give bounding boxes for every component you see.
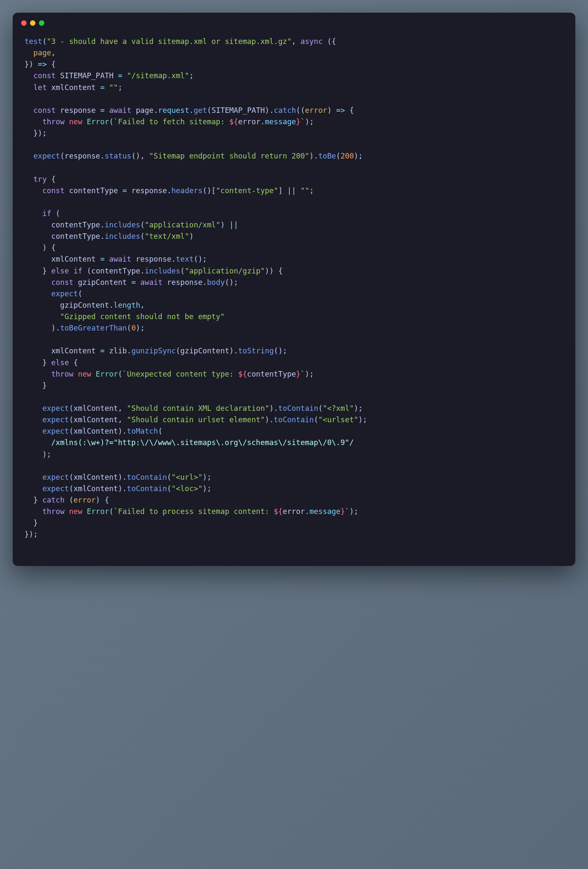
tpl: ${: [274, 507, 283, 516]
param: error: [305, 106, 327, 115]
var: error: [283, 507, 305, 516]
keyword: throw: [42, 507, 65, 516]
tpl: ${: [229, 118, 238, 126]
method: toContain: [127, 473, 167, 481]
method: toMatch: [127, 427, 158, 435]
close-icon[interactable]: [21, 20, 27, 26]
keyword: try: [33, 175, 47, 183]
method: toString: [238, 347, 274, 355]
var: xmlContent: [74, 427, 118, 435]
var: contentType: [51, 221, 100, 229]
var: SITEMAP_PATH: [60, 71, 113, 80]
var: response: [60, 106, 95, 115]
keyword: new: [78, 370, 91, 378]
operator: =: [118, 71, 122, 80]
keyword: const: [51, 278, 74, 287]
operator: =>: [38, 60, 47, 68]
code-content: test("3 - should have a valid sitemap.xm…: [13, 26, 575, 566]
var: gzipContent: [78, 278, 127, 287]
tpl: }: [296, 118, 301, 126]
method: toContain: [127, 484, 167, 493]
method: toBe: [318, 152, 336, 160]
keyword: catch: [42, 496, 65, 504]
var: xmlContent: [51, 255, 95, 263]
keyword: await: [140, 278, 163, 287]
method: includes: [145, 267, 180, 275]
keyword: if: [74, 267, 82, 275]
prop: request: [158, 106, 189, 115]
method: status: [105, 152, 131, 160]
string: `: [345, 507, 350, 516]
var: response: [131, 186, 167, 195]
var: xmlContent: [51, 83, 95, 92]
keyword: new: [69, 507, 82, 516]
prop: message: [265, 118, 296, 126]
keyword: else: [51, 267, 69, 275]
method: get: [194, 106, 207, 115]
tpl: }: [340, 507, 345, 516]
maximize-icon[interactable]: [39, 20, 44, 26]
var: response: [65, 152, 100, 160]
method: toContain: [274, 415, 314, 424]
prop: message: [309, 507, 340, 516]
operator: =: [100, 255, 105, 263]
keyword: new: [69, 118, 82, 126]
string: `: [300, 118, 305, 126]
keyword: throw: [42, 118, 65, 126]
var: response: [167, 278, 202, 287]
string: "text/xml": [145, 232, 189, 240]
param: error: [74, 496, 96, 504]
string: "<?xml": [323, 404, 354, 413]
var: page: [136, 106, 153, 115]
fn-call: test: [24, 37, 42, 46]
var: SITEMAP_PATH: [212, 106, 265, 115]
method: includes: [105, 232, 140, 240]
regex: /xmlns(:\w+)?="http:\/\/www\.sitemaps\.o…: [51, 438, 354, 447]
string: `Failed to fetch sitemap:: [114, 118, 229, 126]
fn-call: expect: [42, 484, 69, 493]
operator: =: [100, 106, 105, 115]
var: zlib: [109, 347, 127, 355]
keyword: const: [33, 71, 56, 80]
fn-call: expect: [42, 415, 69, 424]
string: "<urlset": [318, 415, 358, 424]
operator: =: [131, 278, 136, 287]
method: toContain: [278, 404, 318, 413]
string: "": [109, 83, 118, 92]
operator: =: [100, 83, 105, 92]
keyword: let: [33, 83, 47, 92]
prop: length: [114, 301, 140, 309]
class: Error: [96, 370, 118, 378]
var: xmlContent: [51, 347, 95, 355]
fn-call: expect: [42, 427, 69, 435]
class: Error: [87, 118, 109, 126]
string: "<loc>": [172, 484, 203, 493]
param: page: [33, 49, 51, 57]
string: `: [300, 370, 305, 378]
keyword: if: [42, 209, 51, 218]
string: "Sitemap endpoint should return 200": [149, 152, 309, 160]
fn-call: expect: [42, 473, 69, 481]
class: Error: [87, 507, 109, 516]
var: contentType: [247, 370, 296, 378]
string: `Unexpected content type:: [122, 370, 238, 378]
code-window: test("3 - should have a valid sitemap.xm…: [13, 13, 575, 566]
minimize-icon[interactable]: [30, 20, 35, 26]
keyword: throw: [51, 370, 74, 378]
method: text: [176, 255, 193, 263]
keyword: else: [51, 358, 69, 367]
var: contentType: [69, 186, 118, 195]
method: headers: [172, 186, 203, 195]
string: "application/xml": [145, 221, 220, 229]
string: "Should contain urlset element": [127, 415, 265, 424]
string: "3 - should have a valid sitemap.xml or …: [47, 37, 291, 46]
keyword: const: [33, 106, 56, 115]
var: xmlContent: [74, 484, 118, 493]
tpl: ${: [238, 370, 247, 378]
string: "": [300, 186, 309, 195]
operator: =: [100, 347, 105, 355]
operator: =: [122, 186, 127, 195]
method: gunzipSync: [131, 347, 176, 355]
var: contentType: [91, 267, 140, 275]
keyword: const: [42, 186, 65, 195]
